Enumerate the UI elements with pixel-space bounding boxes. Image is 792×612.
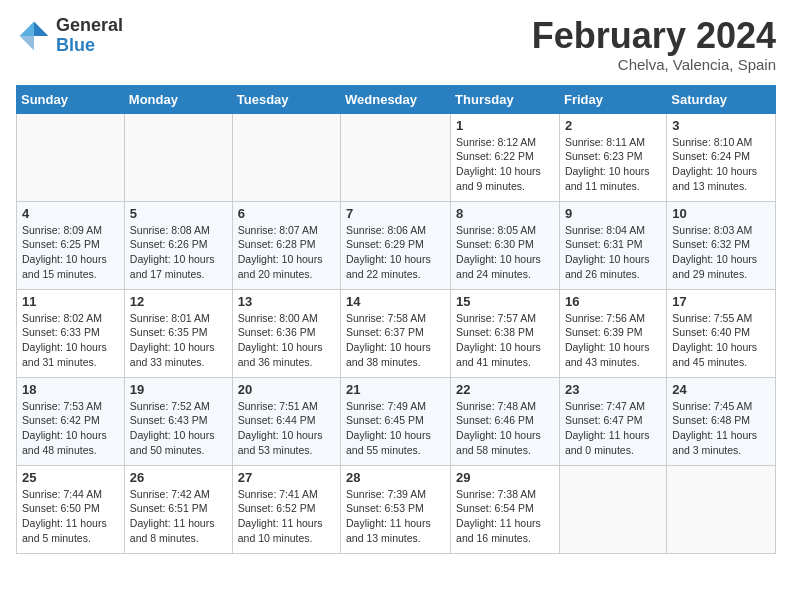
calendar-cell	[667, 465, 776, 553]
calendar-cell: 28Sunrise: 7:39 AM Sunset: 6:53 PM Dayli…	[341, 465, 451, 553]
calendar-week-5: 25Sunrise: 7:44 AM Sunset: 6:50 PM Dayli…	[17, 465, 776, 553]
day-number: 25	[22, 470, 119, 485]
day-info: Sunrise: 8:05 AM Sunset: 6:30 PM Dayligh…	[456, 223, 554, 282]
day-info: Sunrise: 7:55 AM Sunset: 6:40 PM Dayligh…	[672, 311, 770, 370]
svg-marker-1	[20, 21, 34, 35]
day-number: 1	[456, 118, 554, 133]
calendar-cell: 14Sunrise: 7:58 AM Sunset: 6:37 PM Dayli…	[341, 289, 451, 377]
calendar-cell: 4Sunrise: 8:09 AM Sunset: 6:25 PM Daylig…	[17, 201, 125, 289]
logo-general-text: General	[56, 16, 123, 36]
day-number: 26	[130, 470, 227, 485]
calendar-week-4: 18Sunrise: 7:53 AM Sunset: 6:42 PM Dayli…	[17, 377, 776, 465]
day-number: 19	[130, 382, 227, 397]
day-number: 21	[346, 382, 445, 397]
day-info: Sunrise: 8:04 AM Sunset: 6:31 PM Dayligh…	[565, 223, 661, 282]
day-number: 24	[672, 382, 770, 397]
header-cell-thursday: Thursday	[451, 85, 560, 113]
day-number: 17	[672, 294, 770, 309]
calendar-cell: 20Sunrise: 7:51 AM Sunset: 6:44 PM Dayli…	[232, 377, 340, 465]
calendar-cell: 11Sunrise: 8:02 AM Sunset: 6:33 PM Dayli…	[17, 289, 125, 377]
header-cell-friday: Friday	[559, 85, 666, 113]
calendar-cell: 17Sunrise: 7:55 AM Sunset: 6:40 PM Dayli…	[667, 289, 776, 377]
day-info: Sunrise: 7:48 AM Sunset: 6:46 PM Dayligh…	[456, 399, 554, 458]
day-info: Sunrise: 7:49 AM Sunset: 6:45 PM Dayligh…	[346, 399, 445, 458]
header-cell-wednesday: Wednesday	[341, 85, 451, 113]
calendar-cell: 29Sunrise: 7:38 AM Sunset: 6:54 PM Dayli…	[451, 465, 560, 553]
calendar-cell: 19Sunrise: 7:52 AM Sunset: 6:43 PM Dayli…	[124, 377, 232, 465]
day-info: Sunrise: 7:41 AM Sunset: 6:52 PM Dayligh…	[238, 487, 335, 546]
calendar-cell: 27Sunrise: 7:41 AM Sunset: 6:52 PM Dayli…	[232, 465, 340, 553]
calendar-cell	[17, 113, 125, 201]
calendar-cell: 13Sunrise: 8:00 AM Sunset: 6:36 PM Dayli…	[232, 289, 340, 377]
calendar-cell: 16Sunrise: 7:56 AM Sunset: 6:39 PM Dayli…	[559, 289, 666, 377]
calendar-week-2: 4Sunrise: 8:09 AM Sunset: 6:25 PM Daylig…	[17, 201, 776, 289]
day-number: 22	[456, 382, 554, 397]
calendar-cell: 21Sunrise: 7:49 AM Sunset: 6:45 PM Dayli…	[341, 377, 451, 465]
calendar-cell	[559, 465, 666, 553]
logo-icon	[16, 18, 52, 54]
calendar-cell: 25Sunrise: 7:44 AM Sunset: 6:50 PM Dayli…	[17, 465, 125, 553]
calendar-cell: 3Sunrise: 8:10 AM Sunset: 6:24 PM Daylig…	[667, 113, 776, 201]
day-info: Sunrise: 7:44 AM Sunset: 6:50 PM Dayligh…	[22, 487, 119, 546]
day-info: Sunrise: 7:51 AM Sunset: 6:44 PM Dayligh…	[238, 399, 335, 458]
calendar-table: SundayMondayTuesdayWednesdayThursdayFrid…	[16, 85, 776, 554]
day-number: 23	[565, 382, 661, 397]
day-number: 11	[22, 294, 119, 309]
calendar-cell: 22Sunrise: 7:48 AM Sunset: 6:46 PM Dayli…	[451, 377, 560, 465]
day-info: Sunrise: 8:03 AM Sunset: 6:32 PM Dayligh…	[672, 223, 770, 282]
calendar-cell: 9Sunrise: 8:04 AM Sunset: 6:31 PM Daylig…	[559, 201, 666, 289]
calendar-cell: 26Sunrise: 7:42 AM Sunset: 6:51 PM Dayli…	[124, 465, 232, 553]
title-area: February 2024 Chelva, Valencia, Spain	[532, 16, 776, 73]
calendar-cell	[232, 113, 340, 201]
day-info: Sunrise: 7:39 AM Sunset: 6:53 PM Dayligh…	[346, 487, 445, 546]
day-info: Sunrise: 8:02 AM Sunset: 6:33 PM Dayligh…	[22, 311, 119, 370]
logo-text: General Blue	[56, 16, 123, 56]
day-info: Sunrise: 8:00 AM Sunset: 6:36 PM Dayligh…	[238, 311, 335, 370]
logo: General Blue	[16, 16, 123, 56]
calendar-week-3: 11Sunrise: 8:02 AM Sunset: 6:33 PM Dayli…	[17, 289, 776, 377]
day-number: 29	[456, 470, 554, 485]
calendar-cell: 18Sunrise: 7:53 AM Sunset: 6:42 PM Dayli…	[17, 377, 125, 465]
day-info: Sunrise: 7:58 AM Sunset: 6:37 PM Dayligh…	[346, 311, 445, 370]
day-info: Sunrise: 7:52 AM Sunset: 6:43 PM Dayligh…	[130, 399, 227, 458]
day-info: Sunrise: 8:10 AM Sunset: 6:24 PM Dayligh…	[672, 135, 770, 194]
calendar-cell: 5Sunrise: 8:08 AM Sunset: 6:26 PM Daylig…	[124, 201, 232, 289]
day-number: 13	[238, 294, 335, 309]
header-cell-sunday: Sunday	[17, 85, 125, 113]
day-number: 4	[22, 206, 119, 221]
day-info: Sunrise: 8:06 AM Sunset: 6:29 PM Dayligh…	[346, 223, 445, 282]
day-info: Sunrise: 8:08 AM Sunset: 6:26 PM Dayligh…	[130, 223, 227, 282]
day-info: Sunrise: 7:56 AM Sunset: 6:39 PM Dayligh…	[565, 311, 661, 370]
day-info: Sunrise: 8:07 AM Sunset: 6:28 PM Dayligh…	[238, 223, 335, 282]
day-number: 3	[672, 118, 770, 133]
day-info: Sunrise: 8:12 AM Sunset: 6:22 PM Dayligh…	[456, 135, 554, 194]
calendar-cell: 24Sunrise: 7:45 AM Sunset: 6:48 PM Dayli…	[667, 377, 776, 465]
logo-blue-text: Blue	[56, 36, 123, 56]
day-info: Sunrise: 7:45 AM Sunset: 6:48 PM Dayligh…	[672, 399, 770, 458]
day-number: 8	[456, 206, 554, 221]
calendar-cell: 23Sunrise: 7:47 AM Sunset: 6:47 PM Dayli…	[559, 377, 666, 465]
calendar-body: 1Sunrise: 8:12 AM Sunset: 6:22 PM Daylig…	[17, 113, 776, 553]
day-number: 12	[130, 294, 227, 309]
header-row: SundayMondayTuesdayWednesdayThursdayFrid…	[17, 85, 776, 113]
day-number: 9	[565, 206, 661, 221]
day-info: Sunrise: 7:53 AM Sunset: 6:42 PM Dayligh…	[22, 399, 119, 458]
day-number: 6	[238, 206, 335, 221]
calendar-cell: 8Sunrise: 8:05 AM Sunset: 6:30 PM Daylig…	[451, 201, 560, 289]
day-info: Sunrise: 7:47 AM Sunset: 6:47 PM Dayligh…	[565, 399, 661, 458]
calendar-cell	[124, 113, 232, 201]
day-number: 10	[672, 206, 770, 221]
day-number: 20	[238, 382, 335, 397]
day-number: 2	[565, 118, 661, 133]
header-cell-monday: Monday	[124, 85, 232, 113]
day-info: Sunrise: 8:01 AM Sunset: 6:35 PM Dayligh…	[130, 311, 227, 370]
svg-marker-0	[34, 21, 48, 35]
day-info: Sunrise: 7:42 AM Sunset: 6:51 PM Dayligh…	[130, 487, 227, 546]
day-number: 7	[346, 206, 445, 221]
day-info: Sunrise: 8:11 AM Sunset: 6:23 PM Dayligh…	[565, 135, 661, 194]
header-cell-tuesday: Tuesday	[232, 85, 340, 113]
calendar-week-1: 1Sunrise: 8:12 AM Sunset: 6:22 PM Daylig…	[17, 113, 776, 201]
header-cell-saturday: Saturday	[667, 85, 776, 113]
day-number: 27	[238, 470, 335, 485]
calendar-cell	[341, 113, 451, 201]
